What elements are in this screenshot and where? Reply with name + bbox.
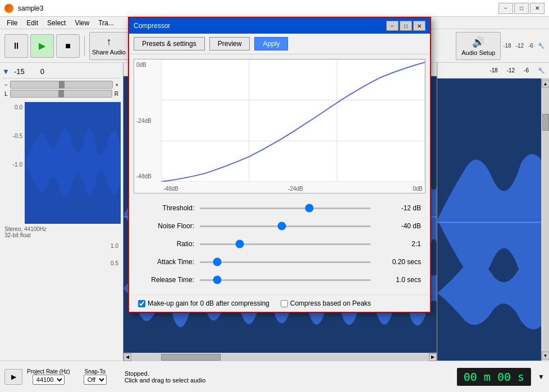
db-scale: 0.0 -0.5 -1.0 [2, 102, 25, 224]
waveform-svg-left [25, 102, 121, 224]
db-ruler: -18 -12 -6 🔧 [437, 63, 549, 79]
scroll-v-thumb[interactable] [542, 114, 549, 131]
share-audio-button[interactable]: ↑ Share Audio [89, 32, 129, 60]
ratio-value: 2:1 [376, 240, 421, 248]
threshold-value: -12 dB [376, 204, 421, 212]
dialog-title: Compressor [134, 22, 385, 30]
apply-button[interactable]: Apply [254, 37, 288, 50]
scroll-down-button[interactable]: ▼ [542, 352, 550, 359]
scroll-left-button[interactable]: ◀ [123, 353, 131, 361]
play-icon: ▶ [39, 40, 45, 51]
track-left-panel: ▼ -15 0 − + L R 0.0 [0, 63, 123, 361]
time-display-arrow[interactable]: ▼ [538, 373, 545, 381]
project-rate-select[interactable]: 44100 [33, 375, 65, 385]
svg-rect-4 [437, 222, 549, 223]
noise-floor-row: Noise Floor: -40 dB [138, 218, 421, 234]
threshold-slider[interactable] [200, 207, 370, 209]
threshold-row: Threshold: -12 dB [138, 200, 421, 216]
volume-slider[interactable] [10, 81, 113, 89]
menu-edit[interactable]: Edit [22, 18, 43, 28]
window-title: sample3 [18, 4, 494, 12]
horizontal-scrollbar[interactable]: ◀ ▶ [123, 353, 437, 361]
track-controls: − + L R [2, 79, 121, 100]
title-bar: sample3 − □ ✕ [0, 0, 549, 17]
dialog-restore-button[interactable]: □ [400, 21, 412, 31]
release-time-slider[interactable] [200, 279, 370, 281]
y-label-0db: 0dB [136, 62, 159, 68]
scroll-up-button[interactable]: ▲ [542, 80, 550, 87]
attack-time-slider[interactable] [200, 261, 370, 263]
release-time-value: 1.0 secs [376, 276, 421, 284]
window-controls: − □ ✕ [498, 3, 545, 14]
menu-track[interactable]: Tra... [94, 18, 118, 28]
audio-setup-label: Audio Setup [461, 49, 495, 56]
x-label-24db: -24dB [288, 186, 303, 192]
x-axis-labels: -48dB -24dB 0dB [161, 186, 425, 192]
close-button[interactable]: ✕ [530, 3, 545, 14]
dialog-minimize-button[interactable]: − [386, 21, 399, 31]
compress-peaks-checkbox[interactable] [281, 300, 288, 307]
release-time-row: Release Time: 1.0 secs [138, 272, 421, 288]
track-info-bitdepth: 32-bit float [4, 232, 118, 238]
track-info-stereo: Stereo, 44100Hz [4, 226, 118, 232]
minimize-button[interactable]: − [498, 3, 513, 14]
pause-icon: ⏸ [12, 41, 21, 51]
vol-plus-icon: + [115, 82, 118, 88]
db-scale-2: 1.0 0.5 [2, 241, 121, 269]
play-button[interactable]: ▶ [30, 34, 54, 58]
noise-floor-label: Noise Floor: [138, 222, 194, 230]
vu-meter-scale: -18 -12 -6 🔧 [503, 43, 545, 49]
scroll-right-button[interactable]: ▶ [429, 353, 437, 361]
db-slider-handle[interactable]: 🔧 [538, 67, 545, 73]
vu-slider[interactable]: 🔧 [538, 43, 545, 49]
snap-to-select[interactable]: Off [84, 375, 107, 385]
bottom-section: ▶ Project Rate (Hz) 44100 Snap-To Off St… [0, 361, 549, 392]
time-display: 00 m 00 s [457, 368, 531, 386]
right-waveform-svg [437, 79, 549, 361]
release-time-slider-track [200, 279, 370, 281]
pan-slider[interactable] [10, 90, 112, 98]
svg-rect-5 [161, 59, 425, 182]
presets-settings-button[interactable]: Presets & settings [134, 37, 205, 50]
preview-button[interactable]: Preview [209, 37, 250, 50]
parameters-area: Threshold: -12 dB Noise Floor: -40 dB Ra… [129, 193, 430, 294]
noise-floor-slider-track [200, 225, 370, 227]
compressor-graph: 0dB -24dB -48dB -48dB -24dB 0dB [134, 59, 426, 193]
pause-button[interactable]: ⏸ [4, 34, 28, 58]
compress-peaks-label: Compress based on Peaks [290, 299, 371, 307]
gain-value: -15 [14, 67, 25, 76]
track-info: Stereo, 44100Hz 32-bit float [2, 224, 121, 241]
attack-time-label: Attack Time: [138, 258, 194, 266]
volume-row: − + [4, 81, 118, 89]
makeup-gain-label: Make-up gain for 0 dB after compressing [148, 299, 269, 307]
project-rate-label: Project Rate (Hz) [27, 368, 70, 375]
right-waveform: ▲ ▼ [437, 79, 549, 361]
bottom-play-button[interactable]: ▶ [4, 369, 22, 385]
compressor-dialog: Compressor − □ ✕ Presets & settings Prev… [128, 17, 431, 313]
share-icon: ↑ [107, 36, 112, 48]
attack-time-slider-track [200, 261, 370, 263]
ratio-slider[interactable] [200, 243, 370, 245]
dialog-close-button[interactable]: ✕ [413, 21, 426, 31]
stop-button[interactable]: ■ [56, 34, 80, 58]
app-icon [4, 4, 13, 13]
y-label-24db: -24dB [136, 118, 159, 124]
makeup-gain-checkbox-label[interactable]: Make-up gain for 0 dB after compressing [138, 299, 269, 307]
makeup-gain-checkbox[interactable] [138, 300, 145, 307]
audio-setup-button[interactable]: 🔊 Audio Setup [456, 32, 501, 60]
noise-floor-slider[interactable] [200, 225, 370, 227]
separator-1 [84, 36, 85, 56]
release-time-label: Release Time: [138, 276, 194, 284]
dialog-title-bar: Compressor − □ ✕ [129, 18, 430, 34]
menu-view[interactable]: View [70, 18, 94, 28]
restore-button[interactable]: □ [514, 3, 529, 14]
menu-select[interactable]: Select [43, 18, 70, 28]
menu-file[interactable]: File [2, 18, 22, 28]
pan-l-label: L [4, 91, 8, 97]
scroll-thumb[interactable] [161, 354, 221, 361]
ratio-label: Ratio: [138, 240, 194, 248]
stop-icon: ■ [65, 41, 71, 51]
right-side-panel: -18 -12 -6 🔧 ▲ [437, 63, 549, 361]
vertical-scrollbar[interactable]: ▲ ▼ [541, 79, 549, 361]
compress-peaks-checkbox-label[interactable]: Compress based on Peaks [281, 299, 371, 307]
